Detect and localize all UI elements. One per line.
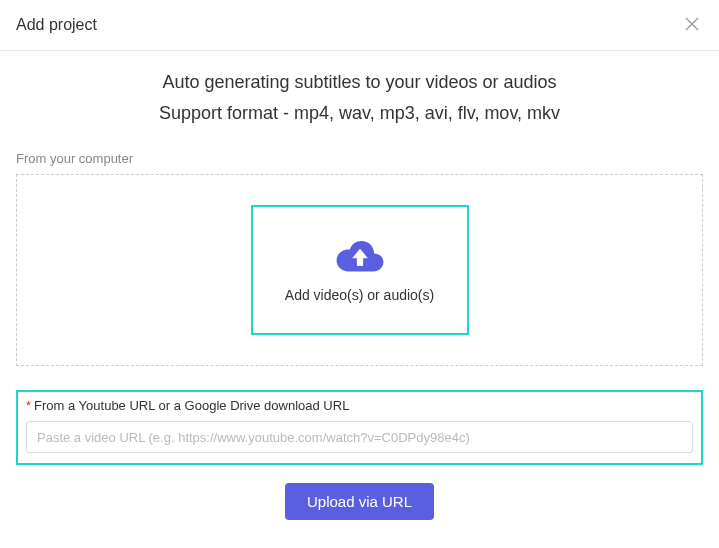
upload-dropzone[interactable]: Add video(s) or audio(s): [251, 205, 469, 335]
close-button[interactable]: [681, 12, 703, 38]
dropzone-text: Add video(s) or audio(s): [285, 287, 434, 303]
modal-title: Add project: [16, 16, 97, 34]
url-section-label: *From a Youtube URL or a Google Drive do…: [26, 398, 693, 413]
from-computer-label: From your computer: [16, 151, 703, 166]
close-icon: [685, 17, 699, 31]
url-input[interactable]: [26, 421, 693, 453]
modal-body: Auto generating subtitles to your videos…: [0, 51, 719, 530]
cloud-upload-icon: [335, 237, 385, 273]
upload-dropzone-outer: Add video(s) or audio(s): [16, 174, 703, 366]
modal-header: Add project: [0, 0, 719, 51]
url-label-text: From a Youtube URL or a Google Drive dow…: [34, 398, 349, 413]
required-indicator: *: [26, 398, 31, 413]
upload-via-url-button[interactable]: Upload via URL: [285, 483, 434, 520]
upload-button-wrap: Upload via URL: [16, 483, 703, 520]
url-section: *From a Youtube URL or a Google Drive do…: [16, 390, 703, 465]
headline-text: Auto generating subtitles to your videos…: [16, 69, 703, 96]
subheadline-text: Support format - mp4, wav, mp3, avi, flv…: [16, 100, 703, 127]
